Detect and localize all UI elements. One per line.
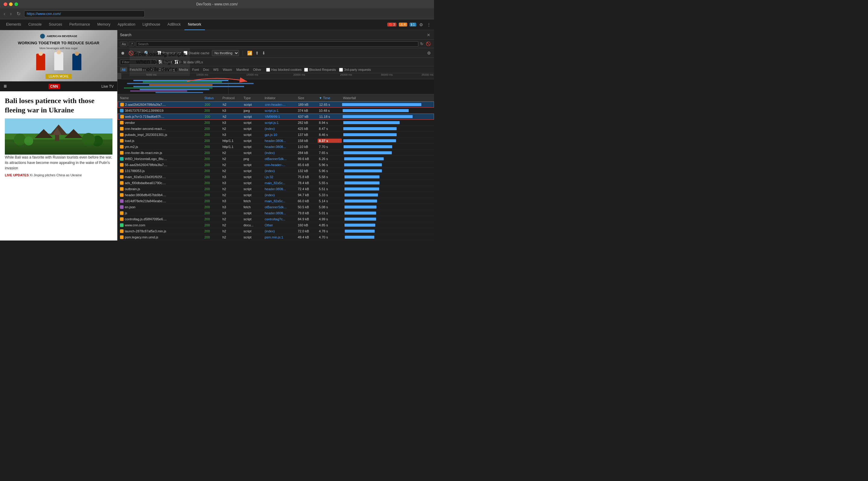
invert-input[interactable] [158,60,162,64]
preserve-log-input[interactable] [157,51,161,55]
th-status[interactable]: Status [203,96,221,100]
table-row[interactable]: web.js?v=3-719ad6e87f-... 200 h2 script … [118,114,434,120]
table-row[interactable]: vendor 200 h3 script script.js:1 282 kB … [118,120,434,126]
th-size[interactable]: Size [297,96,318,100]
table-row[interactable]: 384573757304113999019 200 h3 jpeg script… [118,107,434,114]
tab-elements[interactable]: Elements [2,19,25,30]
devtools-settings-button[interactable]: ⚙ [418,22,424,28]
filter-button[interactable]: ▽ [136,50,141,56]
has-blocked-cookies-checkbox[interactable]: Has blocked cookies [266,68,302,72]
type-ws-button[interactable]: WS [211,67,220,72]
th-time[interactable]: ▼ Time [318,96,342,100]
td-name: outbrain.js [119,187,203,191]
search-refresh-button[interactable]: ↻ [420,41,424,47]
th-protocol[interactable]: Protocol [221,96,242,100]
hamburger-icon[interactable]: ≡ [4,83,7,90]
minimize-button[interactable] [9,2,13,6]
th-name[interactable]: Name [119,96,203,100]
type-media-button[interactable]: Media [177,67,190,72]
third-party-input[interactable] [339,68,343,72]
type-img-button[interactable]: Img [167,67,177,72]
table-row[interactable]: 131788053.js 200 h2 script (index) 132 k… [118,168,434,174]
regex-button[interactable]: .* [129,41,134,46]
tab-sources[interactable]: Sources [45,19,66,30]
th-initiator[interactable]: Initiator [264,96,297,100]
download-button[interactable]: ⬇ [261,50,266,56]
tab-performance[interactable]: Performance [66,19,94,30]
back-button[interactable]: ‹ [2,10,6,17]
table-row[interactable]: load.js 200 http/1.1 script header.0808.… [118,138,434,144]
info-badge: ℹ 1 [410,23,416,27]
table-row[interactable]: WBD_HorizontalLogo_Blu.... 200 h2 png ot… [118,156,434,162]
type-js-button[interactable]: JS [148,67,156,72]
tab-lighthouse[interactable]: Lighthouse [139,19,164,30]
table-row[interactable]: 56-aad2b6260478fbfa3fa7.... 200 h2 scrip… [118,162,434,168]
preserve-log-checkbox[interactable]: Preserve log [157,51,181,55]
type-all-button[interactable]: All [120,67,127,72]
type-other-button[interactable]: Other [251,67,263,72]
type-wasm-button[interactable]: Wasm [221,67,234,72]
type-doc-button[interactable]: Doc [201,67,211,72]
tab-adblock[interactable]: AdBlock [164,19,184,30]
table-row[interactable]: header.0808dfb457bb9b4.... 200 h2 script… [118,192,434,198]
table-row[interactable]: controltag.js.d58f47095e6.... 200 h2 scr… [118,216,434,222]
table-row[interactable]: cnn-footer-lib-react.min.js 200 h2 scrip… [118,150,434,156]
table-row[interactable]: en.json 200 h3 fetch otBannerSdk... 50.5… [118,204,434,210]
type-font-button[interactable]: Font [190,67,201,72]
live-tv-link[interactable]: Live TV [101,85,114,89]
blocked-requests-input[interactable] [304,68,308,72]
search-close-button[interactable]: ✕ [426,32,432,38]
filter-input[interactable] [120,59,156,65]
devtools-more-button[interactable]: ⋮ [426,22,432,28]
disable-cache-checkbox[interactable]: Disable cache [184,51,210,55]
tab-console[interactable]: Console [25,19,45,30]
tab-memory[interactable]: Memory [94,19,114,30]
invert-checkbox[interactable]: Invert [158,60,172,64]
throttle-select[interactable]: No throttlingFast 3GSlow 3G [212,50,239,56]
type-fetch-button[interactable]: Fetch/XHR [128,67,148,72]
hide-data-urls-checkbox[interactable]: Hide data URLs [175,60,203,64]
th-waterfall[interactable]: Waterfall [342,96,433,100]
clear-button[interactable]: 🚫 [128,50,134,56]
search-input[interactable] [136,41,418,47]
tab-network[interactable]: Network [184,19,205,30]
record-button[interactable]: ⏺ [120,50,125,56]
th-type[interactable]: Type [242,96,264,100]
has-blocked-cookies-input[interactable] [266,68,270,72]
table-row[interactable]: pubads_impl_2023031301.js 200 h3 script … [118,132,434,138]
table-row[interactable]: ym.m2.js 200 http/1.1 script header.0808… [118,144,434,150]
search-network-button[interactable]: 🔍 [144,50,150,56]
disable-cache-input[interactable] [184,51,187,55]
table-row[interactable]: launch-2878c87af5e3.min.js 200 h2 script… [118,228,434,234]
maximize-button[interactable] [14,2,18,6]
table-row[interactable]: main_82a5cc23d3f1f925f.... 200 h3 script… [118,174,434,180]
wifi-icon-button[interactable]: 📶 [247,50,253,56]
table-row[interactable]: cnn-header-second-react.... 200 h2 scrip… [118,126,434,132]
devtools-network-panel: Slow loading scripts when loading on a m… [118,30,434,241]
table-row[interactable]: 2-aad2b6260478fbfa3fa7.... 200 h2 script… [118,102,434,107]
type-manifest-button[interactable]: Manifest [235,67,251,72]
forward-button[interactable]: › [9,10,13,17]
search-clear-button[interactable]: 🚫 [425,41,432,47]
table-row[interactable]: controltag.js.d58f47095e6.... 200 h2 scr… [118,240,434,241]
address-bar[interactable] [24,10,145,17]
table-row[interactable]: psm.legacy.min.umd.js 200 h2 script psm.… [118,234,434,240]
tick-20000: 20000 ms [293,73,305,76]
window-controls[interactable] [4,2,18,6]
network-settings-button[interactable]: ⚙ [427,50,432,56]
tab-application[interactable]: Application [114,19,139,30]
table-row[interactable]: js 200 h3 script header.0808... 79.8 kB … [118,210,434,216]
blocked-requests-checkbox[interactable]: Blocked Requests [304,68,336,72]
table-row[interactable]: cd14df78efe21fa846eabe.... 200 h3 fetch … [118,198,434,204]
table-row[interactable]: ads_f00dbdadbea61790c.... 200 h3 script … [118,180,434,186]
match-case-button[interactable]: Aa [120,41,127,46]
table-row[interactable]: outbrain.js 200 h2 script header.0808...… [118,186,434,192]
type-css-button[interactable]: CSS [156,67,167,72]
reload-button[interactable]: ↻ [16,10,22,17]
td-type: script [243,103,264,106]
upload-button[interactable]: ⬆ [255,50,259,56]
hide-data-urls-input[interactable] [175,60,179,64]
table-row[interactable]: www.cnn.com 200 h2 docu... Other 160 kB … [118,222,434,228]
close-button[interactable] [4,2,7,6]
learn-more-button[interactable]: LEARN MORE [45,74,71,79]
